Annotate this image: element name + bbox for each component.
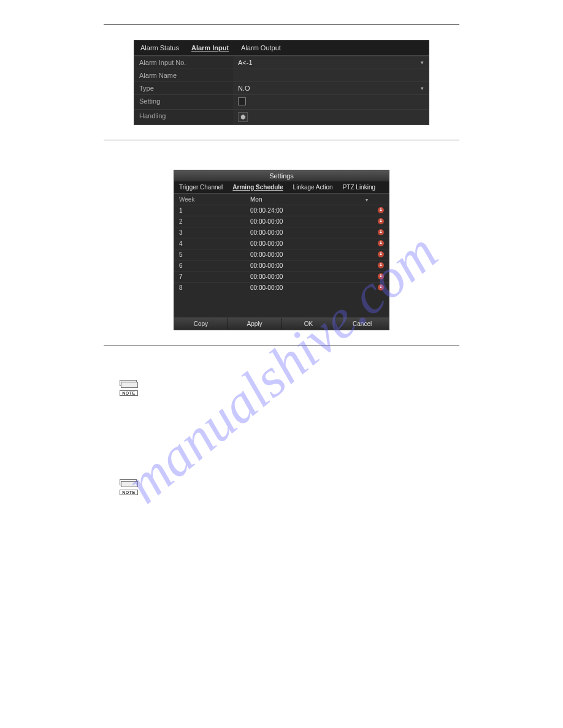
schedule-row: 800:00-00:00 (174, 282, 389, 293)
schedule-row-index: 1 (174, 205, 245, 216)
panel1-tabs: Alarm Status Alarm Input Alarm Output (134, 40, 429, 56)
cancel-button[interactable]: Cancel (335, 318, 389, 330)
clock-icon-cell (373, 273, 389, 281)
alarm-input-panel: Alarm Status Alarm Input Alarm Output Al… (134, 40, 429, 125)
clock-icon[interactable] (378, 207, 384, 213)
label-week: Week (174, 194, 245, 205)
schedule-time-range[interactable]: 00:00-00:00 (245, 260, 373, 271)
schedule-time-range[interactable]: 00:00-00:00 (245, 238, 373, 249)
clock-icon-cell (373, 207, 389, 214)
settings-tabs: Trigger Channel Arming Schedule Linkage … (174, 181, 389, 194)
ok-button[interactable]: OK (282, 318, 335, 330)
gear-icon[interactable] (238, 112, 248, 122)
checkbox-setting[interactable] (238, 97, 246, 105)
schedule-row-index: 7 (174, 271, 245, 282)
select-type[interactable]: N.O (233, 82, 429, 94)
schedule-row-index: 4 (174, 238, 245, 249)
note-icon: NOTE (120, 479, 137, 495)
apply-button[interactable]: Apply (228, 318, 282, 330)
schedule-row: 700:00-00:00 (174, 271, 389, 282)
settings-button-bar: Copy Apply OK Cancel (174, 317, 389, 330)
schedule-row: 200:00-00:00 (174, 216, 389, 227)
copy-button[interactable]: Copy (174, 318, 228, 330)
schedule-row-index: 2 (174, 216, 245, 227)
schedule-row-index: 5 (174, 249, 245, 260)
label-alarm-input-no: Alarm Input No. (134, 56, 233, 69)
settings-title: Settings (174, 170, 389, 181)
tab-alarm-status[interactable]: Alarm Status (134, 40, 185, 55)
label-handling: Handling (134, 110, 233, 124)
schedule-time-range[interactable]: 00:00-24:00 (245, 205, 373, 216)
settings-panel: Settings Trigger Channel Arming Schedule… (174, 170, 389, 330)
schedule-row: 400:00-00:00 (174, 238, 389, 249)
tab-alarm-output[interactable]: Alarm Output (235, 40, 287, 55)
select-alarm-input-no[interactable]: A<-1 (233, 56, 429, 69)
tab-linkage-action[interactable]: Linkage Action (288, 181, 338, 193)
label-setting: Setting (134, 95, 233, 109)
handling-cell (233, 110, 429, 124)
clock-icon-cell (373, 262, 389, 270)
schedule-row: 100:00-24:00 (174, 205, 389, 216)
select-week[interactable]: Mon (245, 194, 373, 205)
input-alarm-name[interactable] (233, 69, 429, 82)
clock-icon[interactable] (378, 262, 384, 268)
tab-trigger-channel[interactable]: Trigger Channel (174, 181, 228, 193)
clock-icon-cell (373, 251, 389, 259)
clock-icon[interactable] (378, 251, 384, 257)
clock-icon[interactable] (378, 229, 384, 235)
clock-icon-cell (373, 284, 389, 292)
clock-icon[interactable] (378, 240, 384, 246)
note-label: NOTE (120, 490, 138, 495)
tab-ptz-linking[interactable]: PTZ Linking (338, 181, 380, 193)
clock-icon[interactable] (378, 284, 384, 290)
note-label: NOTE (120, 390, 138, 396)
clock-icon-cell (373, 218, 389, 226)
schedule-time-range[interactable]: 00:00-00:00 (245, 249, 373, 260)
schedule-time-range[interactable]: 00:00-00:00 (245, 271, 373, 282)
schedule-row: 300:00-00:00 (174, 227, 389, 238)
clock-icon-cell (373, 229, 389, 237)
label-type: Type (134, 82, 233, 94)
schedule-row: 500:00-00:00 (174, 249, 389, 260)
clock-icon[interactable] (378, 218, 384, 224)
schedule-row: 600:00-00:00 (174, 260, 389, 271)
tab-arming-schedule[interactable]: Arming Schedule (228, 181, 288, 193)
clock-icon[interactable] (378, 273, 384, 279)
tab-alarm-input[interactable]: Alarm Input (185, 40, 235, 55)
checkbox-setting-cell (233, 95, 429, 109)
note-icon: NOTE (120, 380, 137, 396)
schedule-row-index: 6 (174, 260, 245, 271)
label-alarm-name: Alarm Name (134, 69, 233, 82)
schedule-time-range[interactable]: 00:00-00:00 (245, 227, 373, 238)
schedule-time-range[interactable]: 00:00-00:00 (245, 216, 373, 227)
schedule-row-index: 3 (174, 227, 245, 238)
schedule-row-index: 8 (174, 282, 245, 293)
schedule-time-range[interactable]: 00:00-00:00 (245, 282, 373, 293)
clock-icon-cell (373, 240, 389, 248)
